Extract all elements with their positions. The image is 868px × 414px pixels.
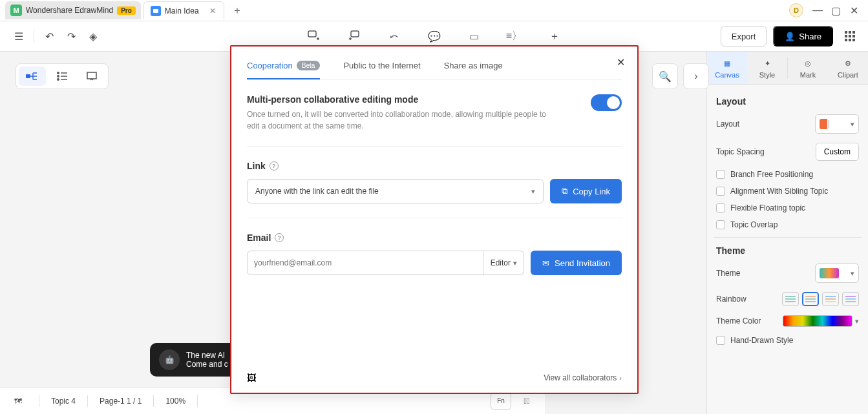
avatar[interactable]: D — [789, 3, 803, 17]
rainbow-label: Rainbow — [716, 295, 746, 304]
rainbow-option-2[interactable] — [802, 292, 819, 306]
theme-picker[interactable]: ▾ — [815, 264, 859, 283]
svg-rect-1 — [351, 31, 359, 37]
rainbow-option-1[interactable] — [782, 292, 799, 306]
maximize-icon[interactable]: ▢ — [827, 1, 845, 19]
chevron-down-icon: ▾ — [851, 269, 854, 278]
ai-toast[interactable]: 🤖 The new AI Come and c — [150, 343, 237, 377]
chevron-down-icon: ▾ — [513, 259, 517, 267]
insert-subtopic-icon[interactable] — [343, 25, 365, 47]
email-input[interactable] — [254, 258, 478, 267]
layout-picker[interactable]: ▾ — [815, 114, 859, 134]
close-modal-icon[interactable]: ✕ — [613, 54, 628, 70]
right-panel-tabs: ▦ Canvas ✦ Style ◎ Mark ⚙ Clipart — [707, 52, 868, 85]
fn-button[interactable]: Fn — [491, 392, 511, 410]
share-icon: 👤 — [785, 32, 795, 41]
theme-section-title: Theme — [716, 245, 859, 256]
tab-document[interactable]: Main Idea ✕ — [143, 1, 224, 19]
map-outline-icon[interactable]: 🗺 — [9, 392, 27, 410]
new-tab-button[interactable]: ＋ — [229, 3, 245, 18]
tab-mark-label: Mark — [800, 71, 816, 79]
sb-page[interactable]: Page-1 1 / 1 — [100, 397, 142, 406]
svg-rect-5 — [845, 35, 847, 37]
theme-label: Theme — [716, 269, 740, 278]
help-icon[interactable]: ? — [270, 161, 279, 171]
tab-mark[interactable]: ◎ Mark — [788, 52, 828, 84]
undo-icon[interactable]: ↶ — [38, 25, 60, 47]
send-invitation-button[interactable]: ✉ Send Invitation — [531, 251, 622, 275]
expand-panel-icon[interactable]: › — [683, 63, 709, 89]
check-hand-drawn[interactable]: Hand-Drawn Style — [716, 336, 859, 345]
link-title: Link — [247, 161, 266, 171]
checkbox-icon — [716, 203, 725, 212]
summary-icon[interactable]: ≡〉 — [503, 25, 525, 47]
collab-desc: Once turned on, it will be converted int… — [247, 109, 551, 132]
boundary-icon[interactable]: ▭ — [463, 25, 485, 47]
chevron-right-icon: › — [619, 374, 622, 382]
app-logo-icon: M — [10, 5, 22, 16]
right-panel-body: Layout Layout ▾ Topic Spacing Custom Bra… — [707, 85, 868, 360]
svg-rect-8 — [845, 39, 847, 41]
ai-avatar-icon: 🤖 — [159, 349, 180, 370]
tab-public-internet[interactable]: Public to the Internet — [343, 56, 420, 79]
tab-clipart[interactable]: ⚙ Clipart — [828, 52, 868, 84]
tab-cooperation[interactable]: Cooperation Beta — [247, 56, 320, 79]
titlebar: M Wondershare EdrawMind Pro Main Idea ✕ … — [0, 0, 868, 21]
svg-rect-18 — [87, 72, 96, 79]
export-button[interactable]: Export — [721, 26, 767, 47]
view-all-label: View all collaborators — [544, 373, 617, 382]
insert-topic-icon[interactable] — [303, 25, 325, 47]
close-window-icon[interactable]: ✕ — [845, 1, 863, 19]
rainbow-option-4[interactable] — [842, 292, 859, 306]
collab-toggle[interactable] — [591, 94, 622, 111]
topic-spacing-label: Topic Spacing — [716, 147, 765, 156]
view-switcher — [16, 63, 109, 89]
chevron-down-icon: ▾ — [851, 120, 854, 129]
check-branch-free[interactable]: Branch Free Positioning — [716, 170, 859, 179]
menu-icon[interactable]: ☰ — [8, 25, 30, 47]
tab-style[interactable]: ✦ Style — [747, 52, 787, 84]
share-button[interactable]: 👤 Share — [773, 26, 833, 47]
role-label: Editor — [491, 258, 511, 267]
clipart-icon: ⚙ — [842, 57, 854, 70]
slideshow-view-icon[interactable] — [78, 67, 105, 86]
search-icon[interactable]: 🔍 — [652, 63, 678, 89]
rainbow-option-3[interactable] — [822, 292, 839, 306]
copy-link-button[interactable]: ⧉ Copy Link — [550, 179, 622, 203]
svg-rect-9 — [849, 39, 851, 41]
role-select[interactable]: Editor ▾ — [483, 251, 517, 274]
custom-spacing-button[interactable]: Custom — [816, 143, 859, 161]
help-icon[interactable]: ? — [275, 233, 284, 242]
outline-view-icon[interactable] — [48, 67, 76, 86]
theme-color-picker[interactable]: ▾ — [783, 315, 859, 327]
apps-grid-icon[interactable] — [840, 26, 860, 47]
callout-icon[interactable]: 💬 — [423, 25, 445, 47]
check-align-sibling[interactable]: Alignment With Sibling Topic — [716, 187, 859, 196]
svg-rect-4 — [852, 31, 855, 34]
sb-topic[interactable]: Topic 4 — [51, 397, 76, 406]
copy-link-label: Copy Link — [573, 187, 610, 196]
theme-color-label: Theme Color — [716, 316, 761, 326]
tab-canvas-label: Canvas — [715, 71, 739, 79]
check-flex-float[interactable]: Flexible Floating topic — [716, 203, 859, 212]
tab-canvas[interactable]: ▦ Canvas — [707, 52, 747, 84]
checkbox-icon — [716, 170, 725, 179]
sb-zoom[interactable]: 100% — [165, 397, 185, 406]
layout-thumb-icon — [820, 119, 839, 129]
view-all-collaborators[interactable]: View all collaborators › — [544, 373, 622, 382]
share-label: Share — [799, 32, 821, 41]
document-icon — [151, 6, 161, 16]
help-icon[interactable]: ？⃝ — [518, 392, 536, 410]
tab-share-image[interactable]: Share as image — [444, 56, 503, 79]
svg-rect-2 — [845, 31, 847, 34]
close-tab-icon[interactable]: ✕ — [208, 6, 217, 16]
mindmap-view-icon[interactable] — [19, 67, 46, 86]
relationship-icon[interactable]: ⤺ — [383, 25, 405, 47]
redo-icon[interactable]: ↷ — [60, 25, 82, 47]
check-topic-overlap[interactable]: Topic Overlap — [716, 220, 859, 229]
add-icon[interactable]: ＋ — [544, 25, 566, 47]
tab-app-home[interactable]: M Wondershare EdrawMind Pro — [5, 1, 141, 19]
minimize-icon[interactable]: — — [809, 1, 827, 19]
paste-style-icon[interactable]: ◈ — [82, 25, 104, 47]
link-permission-select[interactable]: Anyone with the link can edit the file ▾ — [247, 179, 544, 203]
